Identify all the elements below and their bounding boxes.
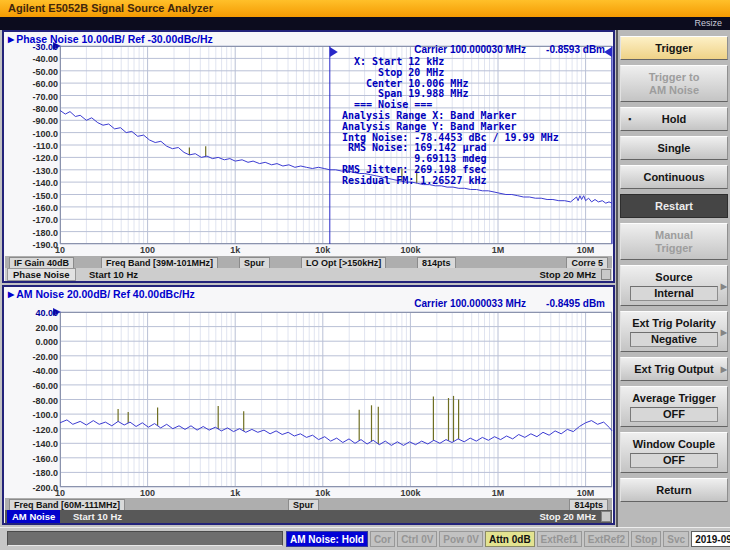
x-tick-label: 10M [566, 488, 606, 498]
status-bar: AM Noise: HoldCorCtrl 0VPow 0VAttn 0dBEx… [0, 527, 730, 550]
y-tick-label: -20.00 [10, 352, 58, 362]
softkey-label: Ext Trig Polarity [624, 317, 724, 330]
am-window-grip[interactable] [601, 511, 611, 522]
y-tick-label: -70.00 [10, 92, 58, 102]
statusbar-extref2: ExtRef2 [584, 531, 629, 547]
softkey-window-couple[interactable]: Window CoupleOFF [620, 432, 728, 473]
softkey-value-window-couple: OFF [630, 453, 718, 468]
x-tick-label: 1M [478, 488, 518, 498]
y-tick-label: 40.00 [10, 308, 58, 318]
softkey-ext-trig-polarity[interactable]: Ext Trig PolarityNegative▶ [620, 311, 728, 352]
softkey-source[interactable]: SourceInternal▶ [620, 265, 728, 306]
am-mode-row: AM Noise Start 10 Hz Stop 20 MHz [5, 510, 612, 523]
phase-start-frequency: Start 10 Hz [89, 268, 138, 281]
am-noise-window[interactable]: ▶AM Noise 20.00dB/ Ref 40.00dBc/Hz Carri… [2, 285, 615, 525]
softkey-single[interactable]: Single [620, 136, 728, 160]
x-tick-label: 100 [128, 488, 168, 498]
active-trace-marker-icon: ▶ [8, 35, 14, 44]
y-tick-label: -110.0 [10, 141, 58, 151]
y-tick-label: -80.00 [10, 104, 58, 114]
softkey-label: Continuous [624, 171, 724, 184]
softkey-continuous[interactable]: Continuous [620, 165, 728, 189]
resize-bar: Resize [0, 17, 730, 30]
selected-dot-icon: ▪ [628, 113, 631, 126]
softkey-label: Hold [624, 113, 724, 126]
y-tick-label: -180.0 [10, 468, 58, 478]
statusbar-cor: Cor [370, 531, 395, 547]
phase-mode-button[interactable]: Phase Noise [7, 268, 76, 281]
statusbar-ctrl-0v: Ctrl 0V [397, 531, 437, 547]
y-tick-label: -140.0 [10, 439, 58, 449]
softkey-hold[interactable]: Hold▪ [620, 107, 728, 131]
statusbar-am-noise-hold: AM Noise: Hold [286, 531, 368, 547]
y-tick-label: -170.0 [10, 215, 58, 225]
softkey-value-average-trigger: OFF [630, 407, 718, 422]
statusbar-pow-0v: Pow 0V [439, 531, 483, 547]
submenu-arrow-icon: ▶ [721, 363, 727, 376]
y-tick-label: -140.0 [10, 178, 58, 188]
softkey-return[interactable]: Return [620, 478, 728, 502]
y-tick-label: -80.00 [10, 396, 58, 406]
y-tick-label: 0.000 [10, 337, 58, 347]
instrument-screen: Agilent E5052B Signal Source Analyzer Re… [0, 0, 730, 550]
softkey-label: AM Noise [624, 84, 724, 97]
softkey-trigger-to-am-noise: Trigger toAM Noise [620, 65, 728, 102]
y-tick-label: -90.00 [10, 116, 58, 126]
softkey-label: Return [624, 484, 724, 497]
statusbar-extref1: ExtRef1 [537, 531, 582, 547]
submenu-arrow-icon: ▶ [721, 279, 727, 292]
softkey-menu: TriggerTrigger toAM NoiseHold▪SingleCont… [616, 30, 730, 527]
active-trace-marker-icon: ▶ [8, 290, 14, 299]
softkey-label: Ext Trig Output [624, 363, 724, 376]
am-window-header: ▶AM Noise 20.00dB/ Ref 40.00dBc/Hz [8, 288, 195, 300]
softkey-label: Trigger [624, 42, 724, 55]
softkey-manual-trigger: ManualTrigger [620, 223, 728, 260]
softkey-value-ext-trig-polarity: Negative [630, 332, 718, 347]
y-tick-label: 20.00 [10, 323, 58, 333]
submenu-arrow-icon: ▶ [721, 325, 727, 338]
x-tick-label: 100 [128, 245, 168, 255]
y-tick-label: -50.00 [10, 67, 58, 77]
y-tick-label: -100.0 [10, 410, 58, 420]
am-noise-plot [60, 312, 612, 487]
am-mode-button[interactable]: AM Noise [7, 510, 60, 523]
x-tick-label: 10 [40, 488, 80, 498]
phase-x-axis-labels: 101001k10k100k1M10M [60, 245, 612, 255]
y-tick-label: -60.00 [10, 381, 58, 391]
x-tick-label: 10M [566, 245, 606, 255]
y-tick-label: -40.00 [10, 366, 58, 376]
y-tick-label: -160.0 [10, 454, 58, 464]
am-start-frequency: Start 10 Hz [73, 510, 122, 523]
x-tick-label: 10k [303, 488, 343, 498]
softkey-label: Average Trigger [624, 392, 724, 405]
phase-carrier-readout: Carrier 100.000030 MHz-0.8593 dBm [414, 44, 605, 55]
phase-marker-analysis-readout: X: Start 12 kHz Stop 20 MHz Center 10.00… [342, 57, 559, 187]
message-area [7, 531, 283, 546]
phase-noise-window[interactable]: ▶Phase Noise 10.00dB/ Ref -30.00dBc/Hz C… [2, 30, 615, 283]
softkey-label: Trigger [624, 242, 724, 255]
softkey-label: Single [624, 142, 724, 155]
softkey-ext-trig-output[interactable]: Ext Trig Output▶ [620, 357, 728, 381]
softkey-label: Trigger to [624, 71, 724, 84]
softkey-label: Manual [624, 229, 724, 242]
x-tick-label: 1k [215, 488, 255, 498]
x-tick-label: 100k [390, 245, 430, 255]
softkey-label: Source [624, 271, 724, 284]
y-tick-label: -40.00 [10, 54, 58, 64]
softkey-label: Restart [624, 200, 724, 213]
y-tick-label: -100.0 [10, 129, 58, 139]
x-tick-label: 1M [478, 245, 518, 255]
y-tick-label: -120.0 [10, 153, 58, 163]
y-tick-label: -60.00 [10, 79, 58, 89]
phase-stop-frequency: Stop 20 MHz [540, 268, 596, 281]
x-tick-label: 10k [303, 245, 343, 255]
y-tick-label: -130.0 [10, 166, 58, 176]
phase-window-grip[interactable] [601, 269, 611, 280]
statusbar-attn-0db: Attn 0dB [485, 531, 535, 547]
am-carrier-readout: Carrier 100.000033 MHz-0.8495 dBm [414, 298, 605, 309]
y-tick-label: -160.0 [10, 203, 58, 213]
softkey-restart[interactable]: Restart [620, 194, 728, 218]
app-title: Agilent E5052B Signal Source Analyzer [8, 2, 213, 14]
resize-button[interactable]: Resize [694, 18, 722, 28]
softkey-average-trigger[interactable]: Average TriggerOFF [620, 386, 728, 427]
